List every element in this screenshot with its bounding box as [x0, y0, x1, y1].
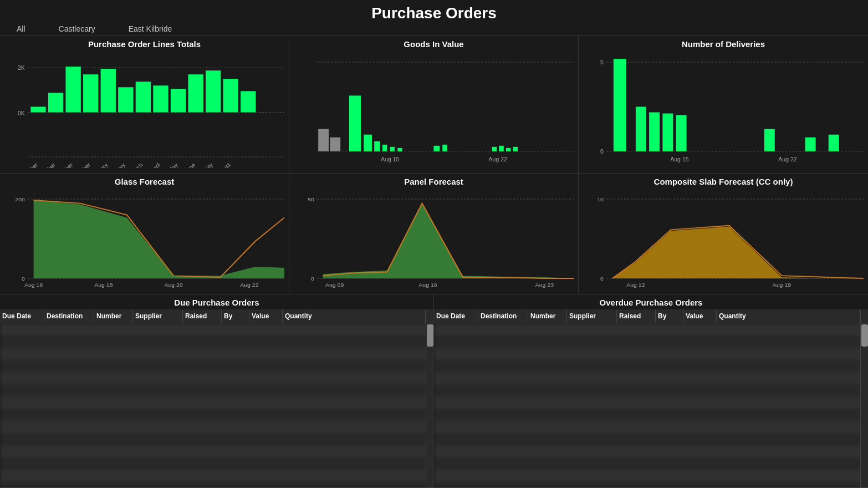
svg-text:2K: 2K: [18, 65, 25, 71]
svg-rect-57: [764, 129, 775, 151]
due-col-by: By: [222, 309, 249, 323]
svg-text:0: 0: [600, 149, 604, 155]
svg-text:March: March: [128, 162, 144, 168]
composite-slab-chart: Composite Slab Forecast (CC only) 10 0 A…: [579, 174, 868, 294]
svg-text:April: April: [149, 162, 162, 168]
overdue-table-header: Due Date Destination Number Supplier Rai…: [434, 309, 868, 323]
svg-text:Aug 16: Aug 16: [418, 282, 437, 288]
svg-rect-14: [188, 74, 203, 112]
svg-rect-15: [206, 70, 221, 112]
svg-text:October: October: [38, 161, 57, 168]
svg-text:Aug 18: Aug 18: [94, 282, 113, 288]
due-col-destination: Destination: [44, 309, 94, 323]
due-table-header: Due Date Destination Number Supplier Rai…: [0, 309, 433, 323]
svg-text:5: 5: [600, 59, 604, 65]
svg-text:Aug 22: Aug 22: [240, 282, 259, 288]
cs-title: Composite Slab Forecast (CC only): [583, 177, 864, 186]
svg-text:0: 0: [311, 276, 314, 281]
filter-east-kilbride[interactable]: East Kilbride: [129, 24, 172, 33]
pol-area: 2K 0K September October: [4, 51, 284, 168]
giv-title: Goods In Value: [294, 39, 574, 49]
glass-forecast-chart: Glass Forecast 200 0 Aug 16 Aug 18 Aug 2…: [0, 174, 289, 294]
overdue-col-raised: Raised: [617, 309, 656, 323]
filter-all[interactable]: All: [17, 24, 25, 33]
nod-title: Number of Deliveries: [583, 39, 864, 49]
svg-rect-52: [614, 59, 626, 151]
svg-text:Aug 20: Aug 20: [164, 282, 183, 288]
due-table-body[interactable]: [0, 323, 433, 487]
svg-rect-40: [434, 146, 440, 151]
svg-rect-38: [390, 147, 395, 151]
overdue-table-body[interactable]: [434, 323, 868, 487]
svg-text:50: 50: [308, 196, 314, 202]
due-col-quantity: Quantity: [283, 309, 426, 323]
due-col-duedate: Due Date: [0, 309, 44, 323]
overdue-table-title: Overdue Purchase Orders: [434, 294, 868, 309]
overdue-col-supplier: Supplier: [567, 309, 617, 323]
svg-text:February: February: [106, 161, 127, 168]
svg-text:10: 10: [597, 196, 604, 202]
svg-rect-54: [649, 113, 660, 151]
svg-rect-39: [397, 148, 402, 151]
svg-rect-8: [83, 74, 98, 112]
svg-rect-16: [223, 79, 238, 112]
due-purchase-orders-panel: Due Purchase Orders Due Date Destination…: [0, 294, 434, 488]
top-charts-row: Purchase Order Lines Totals 2K 0K: [0, 35, 868, 173]
svg-text:0K: 0K: [18, 110, 25, 116]
svg-rect-44: [506, 148, 510, 151]
filter-castlecary[interactable]: Castlecary: [59, 24, 95, 33]
svg-text:August: August: [215, 162, 232, 168]
bottom-section: Due Purchase Orders Due Date Destination…: [0, 294, 868, 488]
overdue-col-quantity: Quantity: [717, 309, 860, 323]
svg-rect-59: [829, 135, 839, 151]
svg-rect-5: [30, 106, 45, 112]
svg-rect-17: [241, 91, 256, 112]
svg-text:June: June: [183, 162, 196, 168]
svg-rect-11: [136, 82, 151, 112]
mid-charts-row: Glass Forecast 200 0 Aug 16 Aug 18 Aug 2…: [0, 173, 868, 294]
overdue-purchase-orders-panel: Overdue Purchase Orders Due Date Destina…: [434, 294, 868, 488]
svg-rect-37: [382, 145, 387, 151]
svg-rect-32: [318, 129, 329, 151]
svg-text:Aug 09: Aug 09: [325, 282, 344, 288]
svg-rect-34: [349, 95, 361, 151]
overdue-blurred-data: [434, 323, 868, 487]
svg-rect-33: [330, 138, 340, 151]
overdue-col-destination: Destination: [478, 309, 528, 323]
svg-rect-41: [442, 145, 447, 151]
svg-text:Aug 15: Aug 15: [381, 156, 400, 162]
svg-rect-58: [805, 138, 816, 151]
svg-text:200: 200: [15, 196, 25, 202]
gf-title: Glass Forecast: [4, 177, 284, 186]
nod-area: 5 0 Aug 15 Aug 22: [583, 51, 864, 168]
svg-rect-56: [676, 115, 687, 151]
svg-marker-66: [34, 200, 284, 278]
svg-rect-10: [118, 87, 133, 112]
svg-text:Aug 19: Aug 19: [773, 282, 792, 288]
svg-rect-6: [48, 93, 63, 112]
purchase-order-lines-chart: Purchase Order Lines Totals 2K 0K: [0, 36, 289, 173]
overdue-scrollbar[interactable]: [860, 323, 868, 487]
overdue-scrollbar-thumb: [861, 324, 868, 347]
overdue-col-duedate: Due Date: [434, 309, 478, 323]
pol-title: Purchase Order Lines Totals: [4, 39, 284, 49]
svg-text:September: September: [14, 161, 39, 168]
svg-rect-53: [636, 106, 646, 151]
svg-text:Aug 15: Aug 15: [670, 156, 689, 162]
filter-row: All Castlecary East Kilbride: [0, 24, 868, 35]
svg-text:May: May: [167, 161, 180, 168]
svg-rect-42: [492, 147, 497, 151]
number-of-deliveries-chart: Number of Deliveries 5 0: [579, 36, 868, 173]
svg-marker-75: [323, 205, 574, 278]
due-scrollbar[interactable]: [426, 323, 433, 487]
due-table-title: Due Purchase Orders: [0, 294, 433, 309]
page-title: Purchase Orders: [0, 0, 868, 24]
due-col-raised: Raised: [183, 309, 222, 323]
overdue-col-by: By: [656, 309, 683, 323]
svg-rect-36: [374, 141, 380, 151]
svg-text:Aug 12: Aug 12: [626, 282, 645, 288]
svg-rect-13: [171, 89, 186, 112]
svg-text:Aug 16: Aug 16: [24, 282, 43, 288]
pf-title: Panel Forecast: [294, 177, 574, 186]
due-col-supplier: Supplier: [133, 309, 183, 323]
